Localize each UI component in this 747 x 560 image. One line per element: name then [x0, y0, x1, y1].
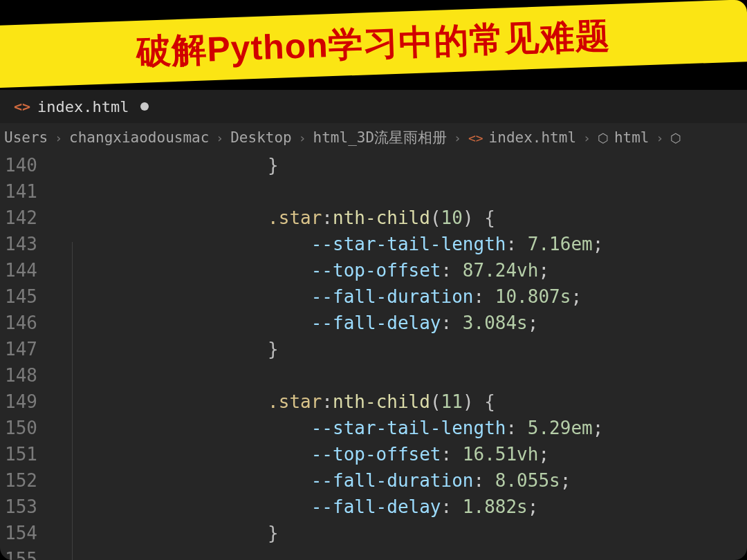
code-line[interactable]: [51, 178, 747, 205]
line-number: 142: [0, 205, 37, 231]
breadcrumb-item[interactable]: Desktop: [230, 129, 292, 146]
line-number: 144: [0, 257, 37, 283]
code-line[interactable]: }: [51, 520, 747, 546]
code-line[interactable]: .star:nth-child(10) {: [51, 205, 747, 231]
code-icon: <>: [468, 131, 483, 145]
banner-bar: 破解Python学习中的常见难题: [0, 0, 747, 88]
breadcrumb-item[interactable]: index.html: [489, 129, 576, 146]
line-number: 140: [0, 152, 37, 178]
chevron-right-icon: ›: [295, 131, 311, 145]
chevron-right-icon: ›: [450, 131, 465, 145]
code-line[interactable]: --star-tail-length: 7.16em;: [51, 231, 747, 257]
line-number: 153: [0, 494, 37, 520]
code-editor: <> index.html Users › changxiaodousmac ›…: [0, 90, 747, 560]
code-line[interactable]: --fall-duration: 10.807s;: [51, 283, 747, 310]
banner-zone: 破解Python学习中的常见难题: [0, 0, 747, 90]
code-line[interactable]: [51, 362, 747, 389]
line-number: 148: [0, 362, 37, 389]
code-line[interactable]: [51, 546, 747, 560]
code-icon: <>: [14, 98, 30, 115]
line-number: 155: [0, 546, 37, 560]
line-number: 152: [0, 467, 37, 494]
line-number: 145: [0, 283, 37, 310]
breadcrumb-item[interactable]: Users: [4, 129, 48, 146]
cube-icon: ⬡: [670, 131, 681, 145]
tab-bar: <> index.html: [0, 90, 747, 123]
line-number: 154: [0, 520, 37, 546]
tab-index-html[interactable]: <> index.html: [4, 90, 158, 123]
code-content[interactable]: } .star:nth-child(10) { --star-tail-leng…: [51, 152, 747, 560]
line-number: 151: [0, 441, 37, 467]
cube-icon: ⬡: [598, 131, 609, 145]
line-number: 147: [0, 336, 37, 362]
chevron-right-icon: ›: [50, 131, 66, 145]
banner-title: 破解Python学习中的常见难题: [136, 12, 611, 75]
code-line[interactable]: --star-tail-length: 5.29em;: [51, 415, 747, 441]
chevron-right-icon: ›: [579, 131, 595, 145]
code-area[interactable]: 1401411421431441451461471481491501511521…: [0, 152, 747, 560]
chevron-right-icon: ›: [212, 131, 228, 145]
breadcrumb-item[interactable]: changxiaodousmac: [69, 129, 209, 146]
chevron-right-icon: ›: [652, 131, 667, 145]
breadcrumb-item[interactable]: html: [614, 129, 649, 146]
line-number: 150: [0, 415, 37, 441]
line-number: 146: [0, 310, 37, 336]
code-line[interactable]: }: [51, 152, 747, 178]
modified-dot-icon: [140, 102, 149, 111]
tab-filename: index.html: [37, 98, 129, 115]
breadcrumb[interactable]: Users › changxiaodousmac › Desktop › htm…: [0, 123, 747, 152]
line-number: 141: [0, 178, 37, 205]
line-number: 143: [0, 231, 37, 257]
code-line[interactable]: --fall-delay: 1.882s;: [51, 494, 747, 520]
code-line[interactable]: .star:nth-child(11) {: [51, 389, 747, 415]
code-line[interactable]: }: [51, 336, 747, 362]
code-line[interactable]: --fall-duration: 8.055s;: [51, 467, 747, 494]
breadcrumb-item[interactable]: html_3D流星雨相册: [313, 128, 448, 147]
code-line[interactable]: --top-offset: 87.24vh;: [51, 257, 747, 283]
line-gutter: 1401411421431441451461471481491501511521…: [0, 152, 51, 560]
line-number: 149: [0, 389, 37, 415]
code-line[interactable]: --top-offset: 16.51vh;: [51, 441, 747, 467]
code-line[interactable]: --fall-delay: 3.084s;: [51, 310, 747, 336]
indent-guide: [72, 242, 73, 560]
